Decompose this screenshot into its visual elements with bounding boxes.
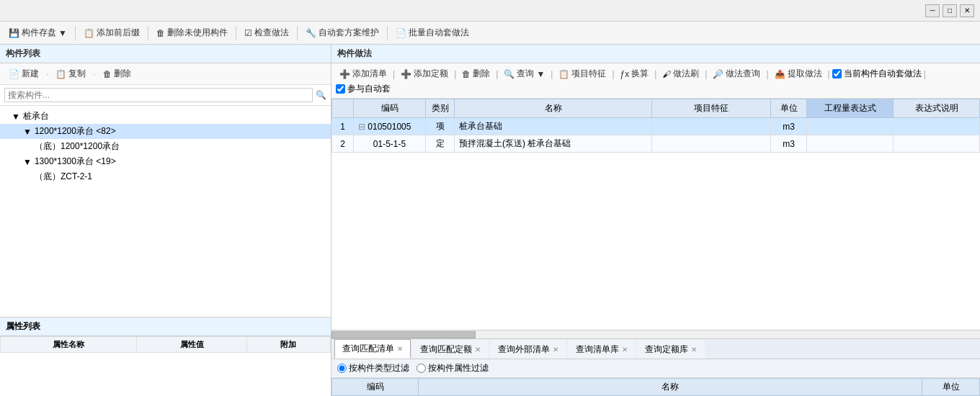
row1-feature xyxy=(652,118,771,135)
auto-suite-icon: 🔧 xyxy=(306,28,316,38)
row1-desc xyxy=(894,118,980,135)
row2-type: 定 xyxy=(426,135,455,153)
filter-by-type-option[interactable]: 按构件类型过滤 xyxy=(337,362,409,374)
add-quota-button[interactable]: ➕ 添加定额 xyxy=(397,66,452,81)
tab-query-quota[interactable]: 查询定额库 ✕ xyxy=(637,340,705,359)
calc-button[interactable]: ƒx 换算 xyxy=(617,66,653,81)
row2-unit: m3 xyxy=(771,135,807,153)
method-table: 编码 类别 名称 项目特征 单位 工程量表达式 表达式说明 1 ⊟ 010501… xyxy=(331,99,980,153)
batch-auto-button[interactable]: 📄 批量自动套做法 xyxy=(391,24,473,41)
sep2 xyxy=(148,26,148,40)
auto-suite-label: 自动套方案维护 xyxy=(318,27,379,39)
tab-bar: 查询匹配清单 ✕ 查询匹配定额 ✕ 查询外部清单 ✕ 查询清单库 ✕ 查询定额库 xyxy=(331,339,980,359)
col-unit: 单位 xyxy=(771,99,807,118)
bottom-tabs-panel: 查询匹配清单 ✕ 查询匹配定额 ✕ 查询外部清单 ✕ 查询清单库 ✕ 查询定额库 xyxy=(331,338,980,396)
add-list-button[interactable]: ➕ 添加清单 xyxy=(336,66,391,81)
filter-type-radio[interactable] xyxy=(337,364,347,373)
add-list-icon: ➕ xyxy=(339,69,350,79)
tab-close-icon[interactable]: ✕ xyxy=(475,346,481,354)
row1-expr[interactable] xyxy=(807,118,894,135)
method-table-scroll: 编码 类别 名称 项目特征 单位 工程量表达式 表达式说明 1 ⊟ 010501… xyxy=(331,99,980,330)
close-button[interactable]: ✕ xyxy=(960,4,974,17)
scrollbar-thumb[interactable] xyxy=(331,331,476,338)
method-brush-button[interactable]: 🖌 做法刷 xyxy=(659,66,703,81)
tab-match-list[interactable]: 查询匹配清单 ✕ xyxy=(334,339,411,359)
property-list-panel: 属性列表 属性名称 属性值 附加 xyxy=(0,317,331,396)
tree-item-node2[interactable]: ▼ 1300*1300承台 <19> xyxy=(0,154,331,169)
auto-apply-checkbox[interactable] xyxy=(832,69,842,78)
delete-method-button[interactable]: 🗑 删除 xyxy=(458,66,494,81)
col-num xyxy=(332,99,354,118)
auto-apply-checkbox-item: 当前构件自动套做法 xyxy=(832,68,922,80)
query-button[interactable]: 🔍 查询 ▼ xyxy=(500,66,548,81)
copy-component-button[interactable]: 📋 复制 xyxy=(51,66,90,81)
col-expr: 工程量表达式 xyxy=(807,99,894,118)
extract-method-button[interactable]: 📤 提取做法 xyxy=(771,66,826,81)
new-component-button[interactable]: 📄 新建 xyxy=(4,66,43,81)
search-bar: 🔍 xyxy=(0,85,331,106)
delete-unused-label: 删除未使用构件 xyxy=(167,27,228,39)
tree-label-leaf2: （底）ZCT-2-1 xyxy=(35,171,92,183)
row1-name: 桩承台基础 xyxy=(455,118,652,135)
tab-match-quota[interactable]: 查询匹配定额 ✕ xyxy=(412,340,489,359)
check-method-button[interactable]: ☑ 检查做法 xyxy=(240,24,293,41)
minimize-button[interactable]: ─ xyxy=(925,4,940,17)
maximize-button[interactable]: □ xyxy=(943,4,957,17)
query-icon: 🔍 xyxy=(504,69,514,79)
bottom-result-table: 编码 名称 单位 xyxy=(331,378,980,396)
filter-property-radio[interactable] xyxy=(416,364,426,373)
join-auto-checkbox[interactable] xyxy=(336,84,345,94)
filter-bar: 按构件类型过滤 按构件属性过滤 xyxy=(331,359,980,378)
row1-unit: m3 xyxy=(771,118,807,135)
main-container: 构件列表 📄 新建 · 📋 复制 · 🗑 删除 🔍 xyxy=(0,45,980,396)
tree-item-leaf2[interactable]: （底）ZCT-2-1 xyxy=(0,169,331,184)
title-bar: ─ □ ✕ xyxy=(0,0,980,22)
property-col-value: 属性值 xyxy=(137,337,247,353)
sep1 xyxy=(75,26,76,40)
filter-by-property-option[interactable]: 按构件属性过滤 xyxy=(416,362,489,374)
tab-close-icon[interactable]: ✕ xyxy=(553,346,558,354)
table-row[interactable]: 1 ⊟ 010501005 项 桩承台基础 m3 xyxy=(332,118,980,135)
tab-query-list[interactable]: 查询清单库 ✕ xyxy=(568,340,636,359)
tree-item-root1[interactable]: ▼ 桩承台 xyxy=(0,109,331,124)
row1-num: 1 xyxy=(332,118,354,135)
tree-label-node1: 1200*1200承台 <82> xyxy=(35,125,116,138)
toolbar-sep2: · xyxy=(93,69,95,79)
delete-component-button[interactable]: 🗑 删除 xyxy=(99,66,135,81)
table-row[interactable]: 2 01-5-1-5 定 预拌混凝土(泵送) 桩承台基础 m3 xyxy=(332,135,980,153)
window-controls: ─ □ ✕ xyxy=(925,4,974,17)
bottom-col-name: 名称 xyxy=(419,379,922,396)
tab-close-icon[interactable]: ✕ xyxy=(622,346,628,354)
project-feature-button[interactable]: 📋 项目特征 xyxy=(555,66,610,81)
project-feature-icon: 📋 xyxy=(558,69,569,79)
expand-icon-root1: ▼ xyxy=(12,112,20,122)
tab-outer-list[interactable]: 查询外部清单 ✕ xyxy=(490,340,566,359)
col-name: 名称 xyxy=(455,99,652,118)
property-table: 属性名称 属性值 附加 xyxy=(0,336,331,353)
new-icon: 📄 xyxy=(9,69,19,79)
search-icon: 🔍 xyxy=(316,90,326,100)
extract-method-icon: 📤 xyxy=(775,69,785,79)
row1-type: 项 xyxy=(426,118,455,135)
row2-code: 01-5-1-5 xyxy=(354,135,426,153)
row2-expr[interactable] xyxy=(807,135,894,153)
add-prefix-suffix-button[interactable]: 📋 添加前后缀 xyxy=(79,24,144,41)
component-list-toolbar: 📄 新建 · 📋 复制 · 🗑 删除 xyxy=(0,63,331,85)
add-prefix-icon: 📋 xyxy=(84,28,94,38)
tab-close-icon[interactable]: ✕ xyxy=(691,346,697,354)
tab-close-icon[interactable]: ✕ xyxy=(397,345,403,353)
tree-item-node1[interactable]: ▼ 1200*1200承台 <82> xyxy=(0,124,331,139)
main-toolbar: 💾 构件存盘 ▼ 📋 添加前后缀 🗑 删除未使用构件 ☑ 检查做法 🔧 自动套方… xyxy=(0,22,980,45)
toolbar-sep1: · xyxy=(46,69,48,79)
delete-unused-button[interactable]: 🗑 删除未使用构件 xyxy=(152,24,232,41)
method-query-button[interactable]: 🔎 做法查询 xyxy=(709,66,764,81)
join-auto-checkbox-item: 参与自动套 xyxy=(336,83,391,95)
horizontal-scrollbar[interactable] xyxy=(331,330,980,338)
row2-name: 预拌混凝土(泵送) 桩承台基础 xyxy=(455,135,652,153)
search-input[interactable] xyxy=(4,88,313,102)
tree-label-leaf1: （底）1200*1200承台 xyxy=(35,140,120,153)
component-list-header: 构件列表 xyxy=(0,45,331,63)
save-button[interactable]: 💾 构件存盘 ▼ xyxy=(4,24,71,41)
tree-item-leaf1[interactable]: （底）1200*1200承台 xyxy=(0,139,331,154)
auto-suite-button[interactable]: 🔧 自动套方案维护 xyxy=(301,24,383,41)
